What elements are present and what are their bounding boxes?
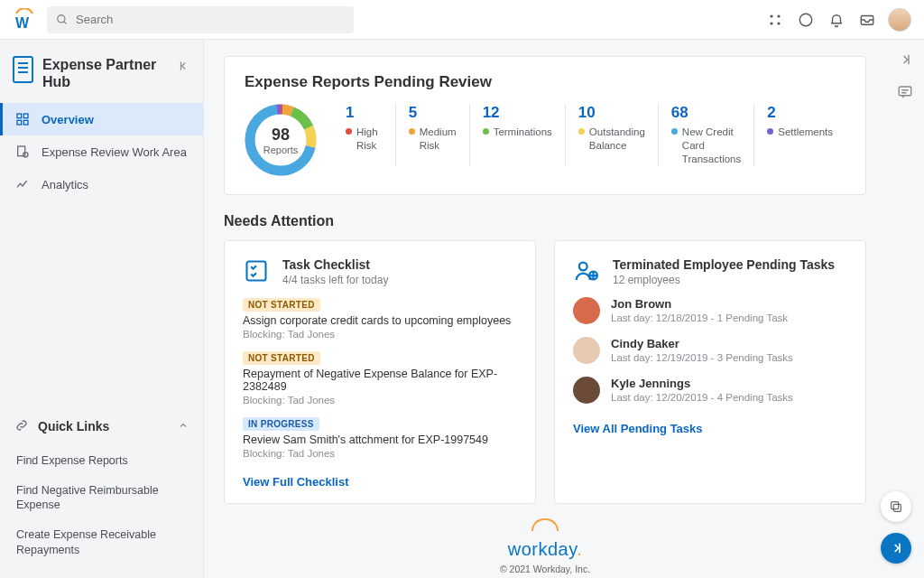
employee-row[interactable]: Kyle Jennings Last day: 12/20/2019 - 4 P… bbox=[573, 377, 847, 404]
stat-item[interactable]: 68 New Credit Card Transactions bbox=[658, 104, 753, 166]
inbox-icon[interactable] bbox=[857, 10, 877, 30]
grid-icon bbox=[14, 112, 31, 126]
stat-item[interactable]: 2 Settlements bbox=[753, 104, 845, 166]
quicklinks-header[interactable]: Quick Links bbox=[13, 411, 190, 443]
search-input[interactable] bbox=[76, 13, 345, 26]
employee-detail: Last day: 12/20/2019 - 4 Pending Tasks bbox=[611, 392, 793, 403]
stat-dot-icon bbox=[409, 128, 415, 135]
task-blocking: Blocking: Tad Jones bbox=[243, 329, 517, 340]
employee-row[interactable]: Cindy Baker Last day: 12/19/2019 - 3 Pen… bbox=[573, 337, 847, 364]
svg-rect-16 bbox=[247, 262, 266, 281]
review-icon bbox=[14, 144, 31, 159]
sidebar-item-label: Overview bbox=[42, 113, 94, 126]
checklist-icon bbox=[243, 257, 270, 284]
svg-rect-9 bbox=[17, 114, 22, 118]
stat-dot-icon bbox=[346, 128, 352, 135]
people-icon bbox=[573, 257, 600, 284]
expand-rail-icon[interactable] bbox=[898, 52, 912, 70]
summary-card: Expense Reports Pending Review 98 Report… bbox=[224, 56, 866, 195]
svg-point-4 bbox=[777, 14, 780, 17]
svg-point-7 bbox=[799, 14, 812, 26]
stat-item[interactable]: 12 Terminations bbox=[469, 104, 565, 166]
task-status-badge: IN PROGRESS bbox=[243, 417, 319, 431]
stat-item[interactable]: 1 High Risk bbox=[340, 104, 395, 166]
stat-number: 5 bbox=[409, 104, 457, 122]
svg-rect-19 bbox=[899, 87, 911, 96]
apps-icon[interactable] bbox=[765, 10, 785, 30]
chevron-up-icon bbox=[178, 419, 189, 434]
task-checklist-card: Task Checklist 4/4 tasks left for today … bbox=[224, 240, 536, 504]
stat-number: 10 bbox=[578, 104, 645, 122]
sidebar-item-label: Analytics bbox=[42, 178, 88, 191]
footer-copyright: © 2021 Workday, Inc. bbox=[224, 564, 866, 574]
quicklink-item[interactable]: Find Negative Reimbursable Expense bbox=[14, 476, 190, 521]
quicklink-item[interactable]: Find Expense Reports bbox=[14, 446, 190, 476]
summary-total-label: Reports bbox=[263, 144, 299, 155]
employee-name: Kyle Jennings bbox=[611, 377, 793, 390]
stat-number: 1 bbox=[346, 104, 383, 122]
employee-detail: Last day: 12/18/2019 - 1 Pending Task bbox=[611, 312, 788, 323]
right-rail bbox=[886, 40, 924, 578]
task-blocking: Blocking: Tad Jones bbox=[243, 448, 517, 459]
employee-avatar bbox=[573, 297, 600, 324]
quicklinks-label: Quick Links bbox=[38, 419, 109, 434]
terminated-title: Terminated Employee Pending Tasks bbox=[613, 257, 835, 272]
profile-avatar[interactable] bbox=[888, 8, 911, 32]
task-item[interactable]: IN PROGRESS Review Sam Smith's attchment… bbox=[243, 416, 517, 459]
stat-number: 68 bbox=[671, 104, 741, 122]
quicklink-item[interactable]: Create Expense Receivable Repayments bbox=[14, 520, 190, 565]
svg-point-3 bbox=[770, 14, 772, 17]
summary-title: Expense Reports Pending Review bbox=[245, 73, 845, 91]
link-icon bbox=[14, 418, 29, 435]
stat-dot-icon bbox=[578, 128, 585, 135]
svg-rect-12 bbox=[23, 121, 28, 126]
workday-logo[interactable]: W bbox=[13, 8, 36, 32]
svg-point-5 bbox=[770, 22, 772, 24]
summary-donut-chart[interactable]: 98 Reports bbox=[245, 104, 317, 176]
task-item[interactable]: NOT STARTED Assign corporate credit card… bbox=[243, 297, 517, 340]
search-icon bbox=[56, 14, 69, 26]
task-item[interactable]: NOT STARTED Repayment of Negative Expens… bbox=[243, 350, 517, 406]
svg-rect-13 bbox=[18, 146, 25, 156]
task-title: Repayment of Negative Expense Balance fo… bbox=[243, 368, 517, 393]
terminated-employees-card: Terminated Employee Pending Tasks 12 emp… bbox=[554, 240, 866, 504]
sidebar-item-analytics[interactable]: Analytics bbox=[0, 168, 203, 200]
footer: workday. © 2021 Workday, Inc. bbox=[224, 504, 866, 578]
employee-name: Jon Brown bbox=[611, 297, 788, 311]
stat-label: Terminations bbox=[494, 126, 552, 139]
search-box[interactable] bbox=[47, 6, 354, 33]
attention-heading: Needs Attention bbox=[224, 213, 866, 229]
svg-point-1 bbox=[58, 14, 65, 22]
bell-icon[interactable] bbox=[827, 10, 846, 30]
copy-float-button[interactable] bbox=[881, 491, 911, 522]
view-all-pending-link[interactable]: View All Pending Tasks bbox=[573, 422, 703, 435]
sidebar-item-label: Expense Review Work Area bbox=[42, 145, 187, 159]
stat-dot-icon bbox=[767, 128, 773, 135]
stat-label: Medium Risk bbox=[420, 126, 457, 153]
sidebar-item-review[interactable]: Expense Review Work Area bbox=[0, 135, 203, 168]
chat-icon[interactable] bbox=[796, 10, 816, 30]
svg-rect-10 bbox=[23, 114, 28, 118]
analytics-icon bbox=[14, 177, 31, 191]
view-full-checklist-link[interactable]: View Full Checklist bbox=[243, 475, 349, 489]
stat-item[interactable]: 5 Medium Risk bbox=[395, 104, 469, 166]
stat-number: 2 bbox=[767, 104, 833, 122]
employee-row[interactable]: Jon Brown Last day: 12/18/2019 - 1 Pendi… bbox=[573, 297, 847, 324]
comment-rail-icon[interactable] bbox=[897, 84, 913, 103]
stat-dot-icon bbox=[483, 128, 489, 135]
stat-label: New Credit Card Transactions bbox=[682, 126, 741, 166]
action-float-button[interactable] bbox=[881, 533, 911, 564]
topbar: W bbox=[0, 0, 924, 40]
stat-item[interactable]: 10 Outstanding Balance bbox=[565, 104, 658, 166]
hub-title: Expense Partner Hub bbox=[42, 56, 169, 90]
sidebar-item-overview[interactable]: Overview bbox=[0, 103, 203, 135]
svg-text:W: W bbox=[15, 15, 30, 31]
sidebar-collapse-icon[interactable] bbox=[178, 56, 190, 75]
svg-rect-11 bbox=[17, 121, 22, 126]
hub-icon bbox=[13, 56, 33, 83]
summary-total: 98 bbox=[272, 126, 290, 144]
sidebar: Expense Partner Hub Overview Expense Rev… bbox=[0, 40, 204, 578]
employee-avatar bbox=[573, 337, 600, 364]
task-status-badge: NOT STARTED bbox=[243, 351, 320, 365]
employee-detail: Last day: 12/19/2019 - 3 Pending Tasks bbox=[611, 352, 793, 363]
